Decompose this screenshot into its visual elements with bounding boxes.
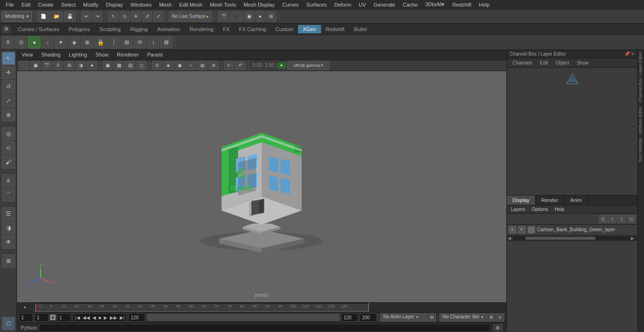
range-end-input[interactable] — [341, 313, 358, 322]
layer-visibility-btn[interactable]: V — [509, 226, 516, 234]
viewport-canvas[interactable]: S BANK persp — [17, 71, 506, 302]
paint-tool[interactable]: 🖌 — [2, 155, 15, 169]
vp-anim2[interactable]: ↶ — [235, 61, 246, 70]
disp-tab-render[interactable]: Render — [536, 195, 564, 205]
menu-file[interactable]: File — [2, 1, 18, 8]
vp-display1[interactable]: ⊙ — [152, 61, 162, 70]
menu-generate[interactable]: Generate — [370, 1, 399, 8]
channel-box-close[interactable]: ✕ — [631, 51, 635, 57]
menu-deform[interactable]: Deform — [330, 1, 355, 8]
tab-curves-surfaces[interactable]: Curves / Surfaces — [13, 25, 64, 33]
frame-start-input[interactable] — [19, 313, 33, 322]
vp-select-mode3[interactable]: ▤ — [125, 61, 135, 70]
timeline-ruler[interactable]: 1 5 10 15 20 25 30 35 40 45 50 55 — [34, 303, 369, 312]
snap-grid-btn[interactable]: # — [2, 174, 15, 187]
lasso-btn[interactable]: ⊙ — [119, 11, 130, 22]
right-tab-attribute-editor[interactable]: Attribute Editor — [638, 105, 644, 137]
step-back-btn[interactable]: ◀◀ — [82, 315, 91, 320]
vp-film-btn[interactable]: ▣ — [30, 61, 41, 70]
menu-3dto[interactable]: 3DtoAll▾ — [421, 0, 448, 8]
tab-redshift[interactable]: Redshift — [321, 25, 349, 33]
outliner-btn[interactable]: ☰ — [2, 207, 15, 220]
xgen-tool-btn[interactable]: ⬡ — [2, 317, 15, 330]
tab-fx[interactable]: FX — [218, 25, 234, 33]
layers-menu-help[interactable]: Help — [552, 206, 567, 212]
vp-display4[interactable]: ○ — [186, 61, 196, 70]
vp-select-mode2[interactable]: ▦ — [114, 61, 124, 70]
play-fwd-btn[interactable]: ▶ — [103, 315, 108, 320]
menu-mesh-display[interactable]: Mesh Display — [240, 1, 279, 8]
cb-tab-show[interactable]: Show — [573, 59, 592, 66]
menu-windows[interactable]: Windows — [127, 1, 156, 8]
vp-render-btn[interactable]: 🎬 — [41, 61, 52, 70]
stop-btn[interactable]: ■ — [98, 315, 102, 320]
layers-menu-layers[interactable]: Layers — [509, 206, 528, 212]
vp-anim1[interactable]: ⊩ — [224, 61, 234, 70]
tab-animation[interactable]: Animation — [152, 25, 185, 33]
char-set-settings[interactable]: ⚙ — [487, 313, 495, 322]
menu-help[interactable]: Help — [475, 1, 494, 8]
isolate-btn[interactable]: ◑ — [2, 221, 15, 235]
frame-val-input[interactable] — [57, 313, 71, 322]
range-slider[interactable] — [147, 314, 340, 321]
colorspace-dropdown[interactable]: sRGB gamma ▾ — [287, 61, 330, 70]
disp-tab-display[interactable]: Display — [507, 195, 536, 205]
tab-sculpting[interactable]: Sculpting — [95, 25, 125, 33]
xgen-icon3[interactable]: ● — [28, 36, 41, 49]
xgen-icon8[interactable]: 🔒 — [94, 36, 107, 49]
open-scene-btn[interactable]: 📂 — [50, 11, 63, 22]
vp-menu-show[interactable]: Show — [94, 51, 111, 58]
select-tool[interactable]: ↖ — [2, 52, 15, 65]
vp-menu-renderer[interactable]: Renderer — [115, 51, 140, 58]
python-expand-btn[interactable]: ⊞ — [493, 324, 503, 332]
vp-menu-view[interactable]: View — [20, 51, 35, 58]
right-tab-tool-settings[interactable]: Tool Settings — [638, 136, 644, 164]
total-frames-input[interactable] — [360, 313, 377, 322]
snap-curve-btn[interactable]: ⌒ — [2, 188, 15, 202]
vp-menu-panels[interactable]: Panels — [145, 51, 165, 58]
layer-item[interactable]: V P Cartoon_Bank_Building_Green_layer — [507, 225, 637, 235]
redo-btn[interactable]: ↪ — [92, 11, 103, 22]
xgen-icon5[interactable]: ✦ — [55, 36, 67, 49]
save-scene-btn[interactable]: 💾 — [64, 11, 76, 22]
vp-shaded-btn[interactable]: ◑ — [75, 61, 86, 70]
layer-nav-prev[interactable]: ⟨ — [608, 215, 617, 223]
play-back-btn[interactable]: ◀ — [91, 315, 97, 320]
layer-playback-btn[interactable]: P — [518, 226, 526, 234]
layer-nav-next[interactable]: ⟩ — [618, 215, 626, 223]
step-fwd-btn[interactable]: ▶▶ — [109, 315, 118, 320]
menu-mesh[interactable]: Mesh — [155, 1, 175, 8]
menu-modify[interactable]: Modify — [79, 1, 102, 8]
xgen-icon10[interactable]: ⊞ — [121, 36, 133, 49]
move-btn[interactable]: ✛ — [131, 11, 141, 22]
menu-create[interactable]: Create — [34, 1, 58, 8]
layer-scrollbar[interactable]: ◀ ▶ — [507, 235, 637, 241]
xgen-icon2[interactable]: ⊙ — [15, 36, 27, 49]
vp-menu-lighting[interactable]: Lighting — [67, 51, 89, 58]
layer-color-swatch[interactable] — [528, 226, 535, 234]
soft-select-btn[interactable]: ◎ — [2, 127, 15, 140]
xgen-btn[interactable]: ⊞ — [266, 11, 276, 22]
xgen-icon12[interactable]: ↕ — [147, 36, 159, 49]
tab-custom[interactable]: Custom — [271, 25, 298, 33]
menu-select[interactable]: Select — [58, 1, 80, 8]
cb-tab-channels[interactable]: Channels — [509, 59, 536, 66]
menu-surfaces[interactable]: Surfaces — [303, 1, 330, 8]
layer-nav-next-next[interactable]: ⟩⟩ — [627, 215, 636, 223]
range-start-input[interactable] — [128, 313, 145, 322]
go-end-btn[interactable]: ▶| — [119, 315, 126, 320]
layer-scroll-right[interactable]: ▶ — [631, 236, 636, 241]
menu-edit-mesh[interactable]: Edit Mesh — [175, 1, 206, 8]
disp-tab-anim[interactable]: Anim — [564, 195, 588, 205]
cb-tab-edit[interactable]: Edit — [536, 59, 552, 66]
vp-display3[interactable]: ◉ — [174, 61, 185, 70]
vp-select-mode1[interactable]: ▣ — [102, 61, 113, 70]
vp-wireframe-btn[interactable]: ⊞ — [64, 61, 74, 70]
move-tool[interactable]: ✛ — [2, 66, 15, 79]
rotate-tool[interactable]: ↺ — [2, 80, 15, 93]
live-surface-btn[interactable]: No Live Surface ▸ — [169, 11, 212, 22]
render-btn[interactable]: ⬛ — [231, 11, 243, 22]
xgen-icon9[interactable]: ┊ — [107, 36, 120, 49]
xgen-icon7[interactable]: ⊕ — [81, 36, 93, 49]
menu-edit[interactable]: Edit — [18, 1, 34, 8]
